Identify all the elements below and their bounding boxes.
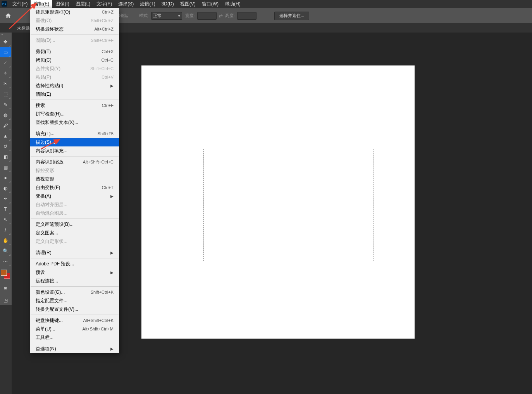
- home-button[interactable]: [2, 10, 14, 21]
- history-brush-tool[interactable]: ↺: [0, 141, 11, 151]
- menu-item[interactable]: 预设▶: [30, 268, 119, 277]
- screenmode-button[interactable]: ◳: [0, 295, 11, 305]
- menu-item: 渐隐(D)...Shift+Ctrl+F: [30, 36, 119, 45]
- menu-select[interactable]: 选择(S): [115, 0, 137, 8]
- foreground-color-swatch[interactable]: [1, 270, 7, 276]
- menu-edit[interactable]: 编辑(E): [31, 0, 52, 8]
- menu-item[interactable]: 切换最终状态Alt+Ctrl+Z: [30, 25, 119, 33]
- submenu-arrow-icon: ▶: [110, 84, 114, 88]
- wand-tool[interactable]: ✧: [0, 68, 11, 78]
- menu-item-label: 渐隐(D)...: [36, 37, 55, 44]
- toolbar-expand-icon[interactable]: »: [0, 33, 12, 36]
- menu-item: 重做(O)Shift+Ctrl+Z: [30, 16, 119, 25]
- menu-item-shortcut: Shift+Ctrl+Z: [91, 18, 114, 23]
- menu-item[interactable]: 拼写检查(H)...: [30, 110, 119, 118]
- menu-item[interactable]: 搜索Ctrl+F: [30, 101, 119, 110]
- width-input[interactable]: [197, 12, 217, 20]
- healing-tool[interactable]: ◍: [0, 110, 11, 120]
- menu-item[interactable]: 内容识别缩放Alt+Shift+Ctrl+C: [30, 158, 119, 166]
- menu-item-shortcut: Alt+Shift+Ctrl+M: [83, 327, 114, 331]
- submenu-arrow-icon: ▶: [110, 270, 114, 275]
- move-tool[interactable]: ✥: [0, 36, 11, 47]
- menu-item-shortcut: Alt+Shift+Ctrl+K: [83, 318, 114, 323]
- menu-help[interactable]: 帮助(H): [222, 0, 244, 8]
- menu-file[interactable]: 文件(F): [9, 0, 31, 8]
- eyedropper-tool[interactable]: ✎: [0, 99, 11, 110]
- menu-item[interactable]: 描边(S)...: [30, 138, 119, 146]
- menu-item[interactable]: 指定配置文件...: [30, 296, 119, 305]
- menu-item-label: 自动混合图层...: [36, 210, 67, 217]
- menu-item-shortcut: Ctrl+V: [102, 75, 114, 79]
- hand-tool[interactable]: ✋: [0, 235, 11, 246]
- menu-item[interactable]: 透视变形: [30, 175, 119, 183]
- dodge-tool[interactable]: ◐: [0, 183, 11, 193]
- line-tool[interactable]: /: [0, 225, 11, 235]
- menu-3d[interactable]: 3D(D): [158, 0, 177, 7]
- menu-item[interactable]: 填充(L)...Shift+F5: [30, 129, 119, 138]
- menu-item-label: 预设: [36, 269, 45, 276]
- height-input[interactable]: [237, 12, 257, 20]
- pen-tool[interactable]: ✒: [0, 193, 11, 204]
- menu-item[interactable]: 定义画笔预设(B)...: [30, 220, 119, 229]
- crop-tool[interactable]: ✂: [0, 78, 11, 89]
- menu-layer[interactable]: 图层(L): [72, 0, 94, 8]
- type-tool[interactable]: T: [0, 204, 11, 214]
- path-tool[interactable]: ↖: [0, 214, 11, 225]
- menu-item[interactable]: 选择性粘贴(I)▶: [30, 81, 119, 90]
- menu-item[interactable]: 自由变换(F)Ctrl+T: [30, 183, 119, 192]
- menu-item[interactable]: 键盘快捷键...Alt+Shift+Ctrl+K: [30, 316, 119, 325]
- menu-filter[interactable]: 滤镜(T): [137, 0, 158, 8]
- menu-item-shortcut: Shift+Ctrl+F: [91, 38, 114, 43]
- menu-item[interactable]: 拷贝(C)Ctrl+C: [30, 56, 119, 64]
- menu-item[interactable]: 清除(E): [30, 90, 119, 98]
- menu-item[interactable]: 转换为配置文件(V)...: [30, 305, 119, 313]
- menu-item[interactable]: 远程连接...: [30, 277, 119, 285]
- menu-item-label: 合并拷贝(Y): [36, 65, 60, 72]
- menu-item-label: 变换(A): [36, 193, 51, 200]
- menu-item[interactable]: 菜单(U)...Alt+Shift+Ctrl+M: [30, 325, 119, 333]
- frame-tool[interactable]: ⬚: [0, 89, 11, 99]
- menu-window[interactable]: 窗口(W): [199, 0, 222, 8]
- lasso-tool[interactable]: ⟋: [0, 57, 11, 68]
- menu-image[interactable]: 图像(I): [52, 0, 72, 8]
- menu-type[interactable]: 文字(Y): [93, 0, 115, 8]
- menu-item-label: 自动对齐图层...: [36, 201, 67, 208]
- canvas[interactable]: [141, 65, 415, 339]
- swap-wh-icon[interactable]: ⇄: [219, 13, 223, 19]
- menu-item[interactable]: 查找和替换文本(X)...: [30, 118, 119, 127]
- brush-tool[interactable]: 🖌: [0, 120, 11, 131]
- menu-item[interactable]: 颜色设置(G)...Shift+Ctrl+K: [30, 288, 119, 296]
- zoom-tool[interactable]: 🔍: [0, 246, 11, 256]
- blur-tool[interactable]: ●: [0, 172, 11, 183]
- menu-item[interactable]: 首选项(N)▶: [30, 344, 119, 353]
- select-and-mask-button[interactable]: 选择并遮住...: [274, 12, 309, 20]
- menu-item[interactable]: 还原矩形选框(O)Ctrl+Z: [30, 8, 119, 16]
- tools-panel: » ✥▭⟋✧✂⬚✎◍🖌▲↺◧▦●◐✒T↖/✋🔍⋯ ◙ ◳: [0, 33, 12, 305]
- menu-item[interactable]: 清理(R)▶: [30, 248, 119, 257]
- menu-separator: [31, 247, 119, 247]
- menu-separator: [31, 34, 119, 35]
- more-tool[interactable]: ⋯: [0, 256, 11, 267]
- color-swatches[interactable]: [0, 269, 11, 280]
- menu-item[interactable]: Adobe PDF 预设...: [30, 260, 119, 268]
- menu-item[interactable]: 剪切(T)Ctrl+X: [30, 47, 119, 56]
- menu-item-label: 转换为配置文件(V)...: [36, 306, 78, 313]
- menu-item[interactable]: 定义图案...: [30, 229, 119, 237]
- menu-separator: [31, 343, 119, 343]
- menu-item[interactable]: 内容识别填充...: [30, 146, 119, 155]
- menu-item-label: 粘贴(P): [36, 74, 51, 81]
- marquee-tool[interactable]: ▭: [0, 47, 11, 57]
- menubar: Ps 文件(F) 编辑(E) 图像(I) 图层(L) 文字(Y) 选择(S) 滤…: [0, 0, 532, 8]
- menu-separator: [31, 219, 119, 219]
- gradient-tool[interactable]: ▦: [0, 162, 11, 172]
- stamp-tool[interactable]: ▲: [0, 131, 11, 141]
- style-select[interactable]: 正常: [151, 12, 182, 20]
- menu-item-label: 填充(L)...: [36, 131, 55, 137]
- menu-item[interactable]: 工具栏...: [30, 333, 119, 342]
- eraser-tool[interactable]: ◧: [0, 151, 11, 162]
- menu-item[interactable]: 变换(A)▶: [30, 192, 119, 200]
- menu-item-label: 定义图案...: [36, 230, 58, 236]
- marquee-selection: [203, 149, 374, 261]
- menu-view[interactable]: 视图(V): [177, 0, 199, 8]
- quickmask-button[interactable]: ◙: [0, 283, 11, 293]
